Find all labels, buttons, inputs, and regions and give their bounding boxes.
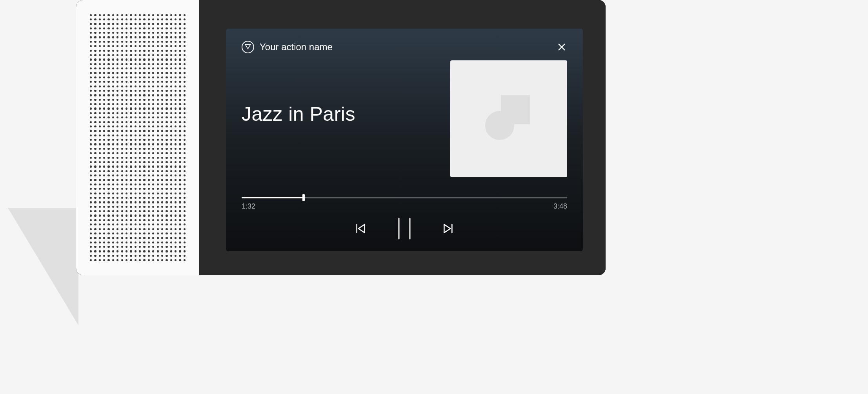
smart-display-device: Your action name Jazz in Paris <box>76 0 606 275</box>
album-placeholder-icon <box>485 95 532 142</box>
album-art-placeholder <box>450 60 567 177</box>
action-logo-icon <box>242 41 254 53</box>
pause-button[interactable] <box>397 218 411 240</box>
header-left: Your action name <box>242 41 333 53</box>
total-time: 3:48 <box>553 202 567 211</box>
device-stand-shadow <box>8 208 78 325</box>
track-title: Jazz in Paris <box>242 103 355 125</box>
playback-controls <box>242 218 567 240</box>
device-screen: Your action name Jazz in Paris <box>199 0 606 275</box>
next-button[interactable] <box>442 222 455 235</box>
previous-button[interactable] <box>354 222 367 235</box>
close-button[interactable] <box>556 42 567 53</box>
skip-next-icon <box>442 222 455 235</box>
current-time: 1:32 <box>242 202 255 211</box>
media-player-card: Your action name Jazz in Paris <box>226 29 583 251</box>
time-labels: 1:32 3:48 <box>242 202 567 211</box>
card-body: Jazz in Paris <box>242 54 567 197</box>
skip-previous-icon <box>354 222 367 235</box>
seek-bar[interactable] <box>242 197 567 198</box>
seek-thumb[interactable] <box>302 194 305 201</box>
speaker-grille <box>76 0 199 275</box>
close-icon <box>557 43 566 51</box>
action-name-label: Your action name <box>260 42 333 53</box>
speaker-dots <box>90 6 186 269</box>
pause-icon <box>397 218 411 240</box>
progress-section: 1:32 3:48 <box>242 197 567 240</box>
card-header: Your action name <box>242 40 567 54</box>
seek-fill <box>242 197 304 198</box>
